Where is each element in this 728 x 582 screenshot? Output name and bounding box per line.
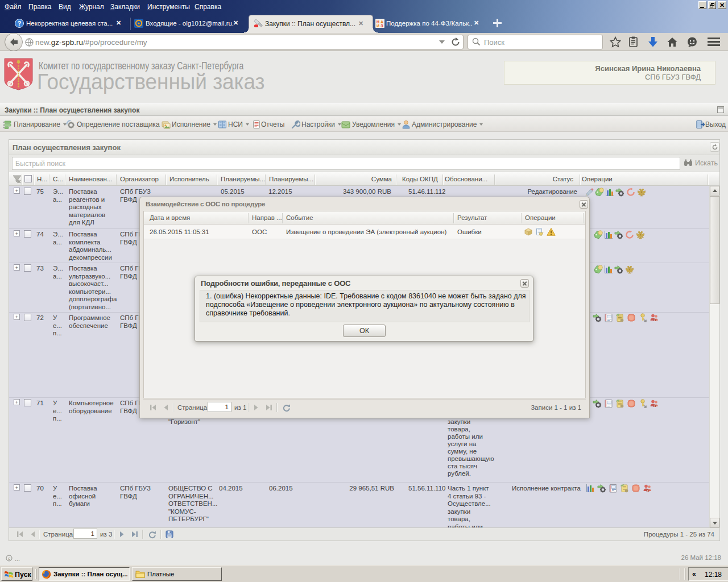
svg-text:c: c [8, 556, 10, 561]
svg-text:А: А [380, 20, 383, 24]
svg-text:З: З [380, 24, 383, 28]
svg-text:?: ? [18, 20, 22, 27]
svg-text:И: И [377, 24, 379, 28]
svg-text:Н: Н [377, 20, 379, 24]
